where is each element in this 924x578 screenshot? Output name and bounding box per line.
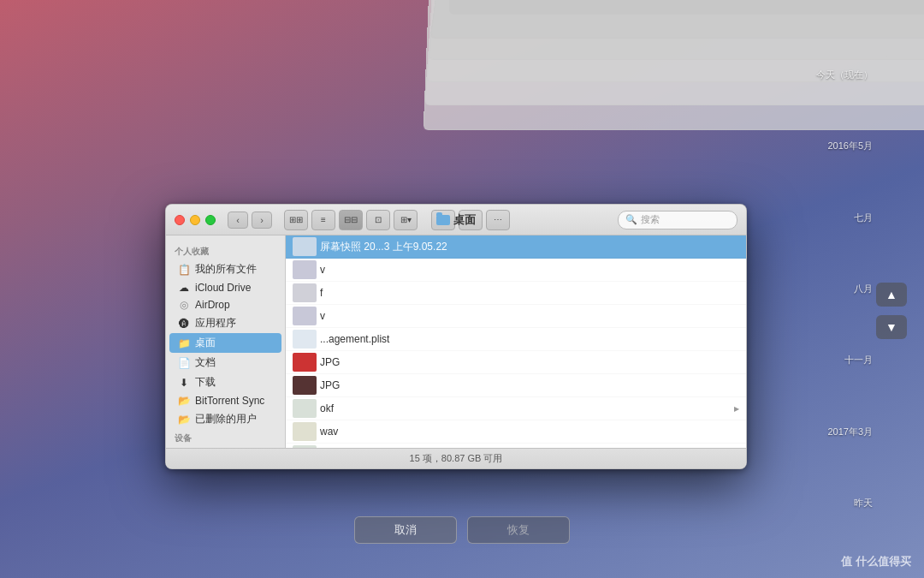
view-icon-button[interactable]: ⊞⊞: [284, 210, 308, 230]
view-options-button[interactable]: ⊞▾: [394, 210, 418, 230]
sidebar-item-documents[interactable]: 📄 文档: [169, 353, 281, 372]
sidebar-item-downloads[interactable]: ⬇ 下载: [169, 372, 281, 392]
expand-arrow-1: ▶: [734, 405, 739, 413]
view-column-button[interactable]: ⊟⊟: [339, 210, 363, 230]
traffic-lights[interactable]: [175, 215, 216, 225]
status-text: 15 项，80.87 GB 可用: [410, 452, 503, 465]
documents-icon: 📄: [178, 357, 190, 369]
file-thumb-jpg2: [293, 376, 317, 395]
file-thumb-plist: [293, 330, 317, 349]
chevron-down-icon: ▼: [886, 320, 897, 334]
sidebar-item-airdrop-label: AirDrop: [195, 299, 230, 311]
file-thumb-v2: [293, 307, 317, 325]
sidebar-item-desktop[interactable]: 📁 桌面: [169, 333, 281, 353]
maximize-button[interactable]: [205, 215, 216, 225]
sidebar-item-downloads-label: 下载: [195, 375, 216, 390]
icloud-icon: ☁: [178, 282, 190, 294]
sidebar-item-icloud-label: iCloud Drive: [195, 282, 251, 294]
close-button[interactable]: [175, 215, 185, 225]
file-list[interactable]: 屏幕快照 20...3 上午9.05.22 v f v ...agement.p…: [286, 235, 746, 448]
file-item-jpg1[interactable]: JPG: [286, 351, 746, 374]
timeline-label-july: 七月: [854, 212, 873, 224]
file-item-jpg2[interactable]: JPG: [286, 374, 746, 397]
timeline-label-2017-3: 2017年3月: [827, 426, 873, 438]
restore-button[interactable]: 恢复: [467, 516, 570, 544]
file-thumb-okf1: [293, 399, 317, 418]
sidebar-item-all-files[interactable]: 📋 我的所有文件: [169, 259, 281, 279]
search-box[interactable]: 🔍 搜索: [618, 211, 737, 229]
file-thumb-v1: [293, 260, 317, 279]
file-name: 屏幕快照 20...3 上午9.05.22: [320, 240, 739, 254]
bottom-buttons: 取消 恢复: [354, 516, 570, 544]
file-name-jpg2: JPG: [320, 379, 739, 391]
timeline-label-august: 八月: [854, 283, 873, 295]
sidebar-item-airdrop[interactable]: ◎ AirDrop: [169, 296, 281, 313]
timeline-label-yesterday: 昨天: [854, 497, 873, 509]
file-name-wav1: wav: [320, 426, 739, 438]
file-item-v2[interactable]: v: [286, 305, 746, 328]
cancel-button[interactable]: 取消: [354, 516, 457, 544]
watermark: 值 什么值得买: [841, 554, 911, 569]
file-name-okf1: okf: [320, 402, 731, 414]
timeline-label-today: 今天（现在）: [816, 69, 873, 81]
status-bar: 15 项，80.87 GB 可用: [166, 448, 746, 468]
title-bar: ‹ › ⊞⊞ ≡ ⊟⊟ ⊡ ⊞▾ ⚙▾ ↑ ⋯ 桌面 🔍 搜索: [166, 205, 746, 235]
file-item-okf1[interactable]: okf ▶: [286, 397, 746, 420]
sidebar: 个人收藏 📋 我的所有文件 ☁ iCloud Drive ◎ AirDrop 🅐…: [166, 235, 286, 448]
window-title: 桌面: [436, 212, 476, 228]
all-files-icon: 📋: [178, 264, 190, 276]
applications-icon: 🅐: [178, 318, 190, 330]
file-item-screenshot[interactable]: 屏幕快照 20...3 上午9.05.22: [286, 235, 746, 259]
sidebar-item-device[interactable]: 💻: [169, 446, 281, 448]
sidebar-section-personal: 个人收藏: [166, 242, 285, 259]
file-thumb-wav1: [293, 422, 317, 441]
view-list-button[interactable]: ≡: [311, 210, 335, 230]
file-thumb-okf2: [293, 445, 317, 448]
deleted-icon: 📂: [178, 414, 190, 426]
downloads-icon: ⬇: [178, 377, 190, 389]
sidebar-item-applications-label: 应用程序: [195, 316, 236, 331]
timeline-label-november: 十一月: [844, 354, 873, 366]
forward-button[interactable]: ›: [252, 212, 272, 229]
back-button[interactable]: ‹: [228, 212, 248, 229]
file-name-v1: v: [320, 264, 739, 276]
sidebar-item-deleted-label: 已删除的用户: [195, 412, 257, 426]
file-item-okf2[interactable]: okf ▶: [286, 444, 746, 448]
file-thumb-f: [293, 283, 317, 302]
sidebar-item-deleted[interactable]: 📂 已删除的用户: [169, 409, 281, 429]
file-name-f: f: [320, 287, 739, 299]
sidebar-item-desktop-label: 桌面: [195, 336, 216, 350]
folder-icon: [436, 215, 450, 225]
bittorrent-icon: 📂: [178, 395, 190, 407]
view-cover-button[interactable]: ⊡: [366, 210, 390, 230]
minimize-button[interactable]: [190, 215, 200, 225]
sidebar-item-bittorrent[interactable]: 📂 BitTorrent Sync: [169, 392, 281, 409]
timeline-label-2016-5: 2016年5月: [827, 140, 873, 152]
nav-arrows: ‹ ›: [228, 212, 272, 229]
chevron-up-icon: ▲: [886, 288, 897, 301]
file-item-wav1[interactable]: wav: [286, 420, 746, 444]
file-name-v2: v: [320, 310, 739, 322]
sidebar-item-all-files-label: 我的所有文件: [195, 262, 257, 277]
toolbar-center: ⊞⊞ ≡ ⊟⊟ ⊡ ⊞▾ ⚙▾ ↑ ⋯: [284, 210, 510, 230]
file-thumb-screenshot: [293, 237, 317, 256]
finder-body: 个人收藏 📋 我的所有文件 ☁ iCloud Drive ◎ AirDrop 🅐…: [166, 235, 746, 448]
file-name-plist: ...agement.plist: [320, 333, 739, 345]
sidebar-item-documents-label: 文档: [195, 355, 216, 370]
desktop-icon: 📁: [178, 337, 190, 349]
sidebar-item-bittorrent-label: BitTorrent Sync: [195, 395, 264, 407]
finder-window: ‹ › ⊞⊞ ≡ ⊟⊟ ⊡ ⊞▾ ⚙▾ ↑ ⋯ 桌面 🔍 搜索 个人收藏: [165, 204, 747, 469]
file-item-plist[interactable]: ...agement.plist: [286, 328, 746, 351]
airdrop-icon: ◎: [178, 299, 190, 311]
sidebar-item-applications[interactable]: 🅐 应用程序: [169, 313, 281, 333]
search-placeholder: 搜索: [641, 213, 660, 226]
sidebar-section-devices: 设备: [166, 429, 285, 446]
sidebar-item-icloud[interactable]: ☁ iCloud Drive: [169, 279, 281, 296]
file-item-v1[interactable]: v: [286, 259, 746, 282]
tag-button[interactable]: ⋯: [486, 210, 510, 230]
file-thumb-jpg1: [293, 353, 317, 372]
timeline-up-button[interactable]: ▲: [876, 283, 907, 307]
timeline-down-button[interactable]: ▼: [876, 315, 907, 339]
file-item-f[interactable]: f: [286, 282, 746, 305]
timeline-labels: 今天（现在） 2016年5月 七月 八月 十一月 2017年3月 昨天: [816, 0, 873, 578]
